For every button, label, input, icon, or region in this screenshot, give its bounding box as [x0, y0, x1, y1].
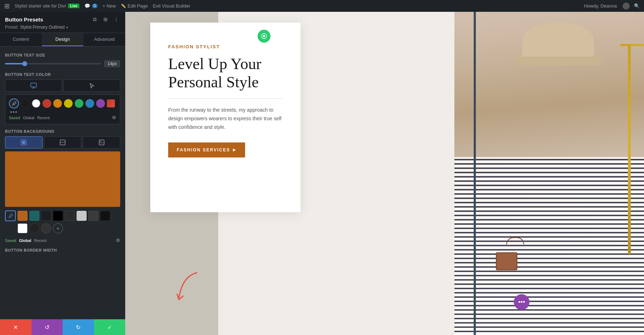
bg-gradient-btn[interactable] [44, 136, 82, 149]
mini-swatch-dark[interactable] [41, 211, 51, 221]
mini-swatch-darkblob2[interactable] [41, 223, 51, 233]
bg-color-btn[interactable] [5, 136, 43, 149]
bg-eyedropper-icon [8, 214, 13, 218]
swatch-more-btn[interactable] [9, 111, 116, 113]
hero-overline: FASHION STYLIST [168, 44, 283, 49]
eyedropper-btn[interactable] [9, 98, 19, 108]
right-content: FASHION STYLIST Level Up Your Personal S… [125, 12, 644, 335]
hero-divider [168, 98, 283, 99]
mini-swatch-charcoal[interactable] [88, 211, 98, 221]
mini-swatch-row2: + [5, 223, 120, 234]
wordpress-logo-icon[interactable]: ⊞ [4, 2, 10, 10]
more-options-icon[interactable]: ⋮ [112, 15, 120, 23]
swatch-green[interactable] [75, 99, 83, 108]
svg-line-3 [13, 104, 14, 105]
resize-handle[interactable] [474, 12, 476, 335]
undo-button[interactable]: ↺ [31, 319, 63, 335]
text-size-slider[interactable] [5, 63, 101, 64]
bg-eyedropper-btn[interactable] [5, 210, 16, 221]
mini-swatch-darkblob[interactable] [29, 223, 39, 233]
preset-name[interactable]: Stylist Primary Outlined [20, 25, 65, 30]
new-link[interactable]: + New [103, 3, 116, 9]
swatch-settings-icon[interactable]: ⚙ [112, 115, 116, 120]
hero-cta-label: FASHION SERVICES [177, 147, 230, 152]
panel-tabs: Content Design Advanced [0, 33, 125, 47]
preset-dropdown-icon[interactable]: ▾ [66, 25, 68, 29]
undo-icon: ↺ [45, 324, 49, 331]
fashion-image [454, 12, 644, 335]
site-name-link[interactable]: Stylist starter site for Divi Live [15, 3, 79, 9]
bg-swatch-footer: Saved Global Recent ⚙ [5, 238, 120, 243]
mini-swatch-white[interactable] [18, 223, 28, 233]
main-layout: Button Presets ⧉ ⊞ ⋮ Preset: Stylist Pri… [0, 12, 644, 335]
bg-image-btn[interactable] [83, 136, 120, 149]
confirm-icon: ✓ [107, 324, 112, 331]
hero-section: FASHION STYLIST Level Up Your Personal S… [125, 12, 644, 335]
mini-swatch-darkest[interactable] [100, 211, 110, 221]
hero-body: From the runway to the streets, my appro… [168, 106, 283, 131]
swatch-gradient-red[interactable] [107, 99, 115, 107]
mini-swatch-lightgray[interactable] [77, 211, 87, 221]
left-panel: Button Presets ⧉ ⊞ ⋮ Preset: Stylist Pri… [0, 12, 125, 335]
hero-right-image [454, 12, 644, 335]
mini-swatch-darkgray[interactable] [65, 211, 75, 221]
comment-icon: 💬 [84, 3, 90, 9]
swatch-red[interactable] [43, 99, 51, 108]
redo-button[interactable]: ↻ [63, 319, 94, 335]
edit-page-link[interactable]: ✏️ Edit Page [121, 3, 148, 9]
button-text-color-label: Button Text Color [5, 72, 120, 77]
more-dots-icon: ••• [518, 298, 525, 306]
columns-icon[interactable]: ⊞ [102, 15, 109, 23]
svg-rect-7 [99, 140, 104, 145]
more-options-button[interactable]: ••• [514, 294, 530, 310]
comments-link[interactable]: 💬 0 [84, 3, 98, 9]
bg-recent-tab[interactable]: Recent [34, 238, 47, 243]
swatch-purple[interactable] [96, 99, 105, 108]
cancel-button[interactable]: ✕ [0, 319, 31, 335]
tab-design[interactable]: Design [42, 33, 84, 46]
saved-tab[interactable]: Saved [9, 116, 20, 120]
hero-card: FASHION STYLIST Level Up Your Personal S… [150, 23, 301, 212]
swatch-yellow[interactable] [64, 99, 73, 108]
svg-point-8 [100, 141, 101, 142]
bottom-action-bar: ✕ ↺ ↻ ✓ [0, 319, 125, 335]
edit-page-label: Edit Page [128, 3, 148, 9]
swatch-black[interactable] [21, 99, 30, 108]
global-tab[interactable]: Global [23, 116, 34, 120]
search-icon[interactable]: 🔍 [634, 3, 640, 9]
mini-swatch-orange[interactable] [18, 211, 28, 221]
swatch-row-main [9, 98, 116, 108]
swatch-white[interactable] [32, 99, 40, 108]
bg-type-row [5, 136, 120, 149]
comment-count: 0 [92, 4, 98, 8]
mini-swatch-black[interactable] [53, 211, 63, 221]
mini-swatch-teal[interactable] [29, 211, 39, 221]
tab-content[interactable]: Content [0, 33, 42, 46]
site-name-text: Stylist starter site for Divi [15, 3, 66, 9]
hero-cta-arrow-icon: ▶ [233, 148, 236, 152]
add-swatch-btn[interactable]: + [53, 223, 63, 233]
bg-saved-tab[interactable]: Saved [5, 238, 16, 243]
bg-image-icon [99, 140, 104, 145]
bg-swatch-settings-icon[interactable]: ⚙ [116, 238, 120, 243]
exit-builder-link[interactable]: Exit Visual Builder [153, 3, 190, 9]
hero-cta-button[interactable]: FASHION SERVICES ▶ [168, 142, 245, 157]
text-size-slider-row: 14px [5, 60, 120, 67]
bg-global-tab[interactable]: Global [19, 238, 31, 243]
cursor-icon [89, 82, 95, 89]
user-avatar[interactable] [623, 3, 630, 10]
tab-advanced[interactable]: Advanced [83, 33, 125, 46]
swatch-footer: Saved Global Recent ⚙ [9, 115, 116, 120]
confirm-button[interactable]: ✓ [94, 319, 126, 335]
color-cursor-btn[interactable] [63, 79, 120, 92]
swatch-blue[interactable] [86, 99, 94, 108]
color-screen-btn[interactable] [5, 79, 62, 92]
recent-tab[interactable]: Recent [37, 116, 50, 120]
swatch-orange[interactable] [53, 99, 62, 108]
divi-module-btn[interactable] [258, 30, 270, 43]
copy-icon[interactable]: ⧉ [91, 15, 99, 23]
panel-title: Button Presets [5, 16, 43, 23]
admin-bar-left: ⊞ Stylist starter site for Divi Live 💬 0… [4, 2, 190, 10]
color-preview-large [5, 151, 120, 207]
redo-icon: ↻ [76, 324, 80, 331]
